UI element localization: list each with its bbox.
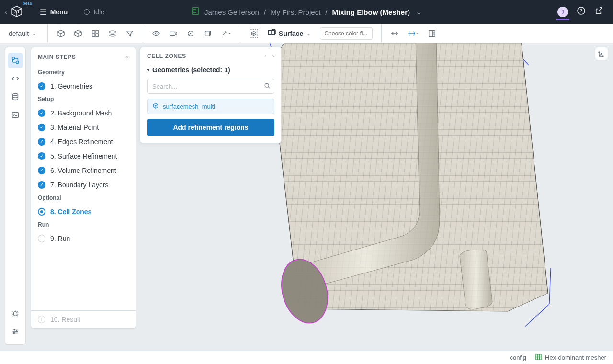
toolbar-sep-3 [240, 24, 240, 43]
svg-point-22 [13, 93, 18, 95]
selection-cube-icon[interactable] [249, 29, 259, 38]
rail-workflow-button[interactable] [8, 53, 23, 68]
step-background-mesh[interactable]: ✓2. Background Mesh [38, 107, 129, 119]
pending-step-icon [38, 235, 45, 242]
svg-rect-21 [16, 61, 19, 64]
hamburger-icon: ☰ [40, 8, 46, 17]
svg-point-27 [13, 332, 15, 334]
cell-zones-panel: CELL ZONES ‹ › ▾ Geometries (selected: 1… [140, 47, 282, 143]
color-field-input[interactable] [320, 27, 373, 40]
check-icon: ✓ [38, 82, 45, 90]
step-label: 3. Material Point [50, 124, 99, 131]
step-label: 9. Run [50, 235, 70, 242]
section-label-setup: Setup [38, 96, 129, 102]
add-refinement-button[interactable]: Add refinement regions [147, 119, 274, 136]
svg-rect-29 [536, 354, 541, 359]
svg-point-9 [155, 33, 157, 34]
app-logo[interactable]: A I beta [10, 5, 23, 20]
toolbar-sep-4 [381, 24, 382, 43]
step-edges-refinement[interactable]: ✓4. Edges Refinement [38, 136, 129, 148]
step-label: 1. Geometries [50, 82, 92, 90]
svg-point-26 [16, 331, 17, 332]
cell-zones-title: CELL ZONES [147, 53, 186, 59]
fit-extents-dropdown-icon[interactable] [408, 29, 419, 38]
box-icon[interactable] [204, 29, 212, 38]
top-bar: ‹ A I beta ☰ Menu Idle James Gefferson /… [0, 0, 613, 24]
collapse-panel-icon[interactable]: « [125, 53, 129, 60]
crumb-document[interactable]: Mixing Elbow (Mesher) [332, 8, 410, 16]
filter-icon[interactable] [125, 29, 134, 38]
geometry-item-label: surfacemesh_multi [163, 103, 215, 110]
step-label: 4. Edges Refinement [50, 138, 113, 146]
svg-point-25 [14, 329, 15, 330]
rotate-icon[interactable] [186, 29, 195, 38]
svg-rect-7 [96, 34, 98, 36]
mesher-icon [535, 353, 542, 362]
breadcrumb: James Gefferson / My First Project / Mix… [191, 7, 422, 17]
user-avatar[interactable]: J [557, 7, 568, 17]
geometry-search-input[interactable] [147, 79, 274, 94]
chevron-down-icon: ⌄ [306, 30, 311, 37]
axis-triad-button[interactable] [595, 47, 608, 60]
back-chevron[interactable]: ‹ [0, 8, 10, 16]
prev-step-icon[interactable]: ‹ [264, 52, 266, 59]
svg-rect-10 [170, 32, 175, 35]
rail-code-button[interactable] [8, 71, 23, 86]
breadcrumb-dropdown-icon[interactable]: ⌄ [416, 8, 422, 16]
panel-right-icon[interactable] [428, 29, 436, 38]
svg-rect-20 [12, 57, 15, 60]
step-label: 5. Surface Refinement [50, 152, 117, 160]
eye-icon[interactable] [152, 29, 160, 38]
cube-plus-icon[interactable] [74, 29, 82, 38]
crumb-sep-1: / [264, 8, 266, 16]
section-label-optional: Optional [38, 194, 129, 201]
svg-point-8 [110, 31, 116, 33]
step-material-point[interactable]: ✓3. Material Point [38, 122, 129, 133]
preset-dropdown[interactable]: default ⌄ [4, 28, 42, 39]
mesh-icon [152, 102, 159, 111]
step-volume-refinement[interactable]: ✓6. Volume Refinement [38, 165, 129, 176]
popout-icon[interactable] [594, 6, 603, 18]
svg-point-19 [601, 53, 602, 54]
rail-terminal-button[interactable] [8, 107, 23, 123]
step-geometries[interactable]: ✓ 1. Geometries [38, 80, 129, 92]
next-step-icon[interactable]: › [272, 52, 274, 59]
current-step-icon [38, 208, 45, 216]
mesher-engine[interactable]: Hex-dominant mesher [535, 353, 606, 362]
config-link[interactable]: config [510, 354, 526, 361]
rail-settings-button[interactable] [8, 324, 23, 339]
step-label: 2. Background Mesh [50, 109, 112, 117]
render-mode-dropdown[interactable]: Surface ⌄ [267, 28, 311, 38]
rail-bug-button[interactable] [8, 306, 23, 321]
geometries-section-header[interactable]: ▾ Geometries (selected: 1) [147, 66, 274, 74]
crumb-project[interactable]: My First Project [271, 8, 320, 16]
svg-point-11 [190, 33, 192, 34]
left-rail [5, 47, 26, 345]
grid-icon[interactable] [91, 29, 100, 38]
status-dot-icon [84, 9, 90, 15]
svg-rect-5 [96, 30, 98, 33]
step-surface-refinement[interactable]: ✓5. Surface Refinement [38, 150, 129, 162]
menu-button[interactable]: ☰ Menu [40, 8, 68, 17]
svg-text:?: ? [579, 8, 582, 13]
geometry-item-surfacemesh[interactable]: surfacemesh_multi [147, 99, 274, 114]
status-label: Idle [93, 8, 104, 16]
toolbar-sep-2 [143, 24, 143, 43]
render-mode-label: Surface [279, 30, 303, 37]
layers-icon[interactable] [108, 29, 117, 38]
section-label-geometry: Geometry [38, 69, 129, 76]
step-cell-zones[interactable]: 8. Cell Zones [38, 206, 129, 217]
fit-width-icon[interactable] [390, 29, 399, 38]
wand-dropdown-icon[interactable] [221, 29, 231, 38]
crumb-user[interactable]: James Gefferson [204, 8, 259, 16]
preset-label: default [9, 30, 29, 37]
step-boundary-layers[interactable]: ✓7. Boundary Layers [38, 179, 129, 191]
step-run[interactable]: 9. Run [38, 233, 129, 244]
help-icon[interactable]: ? [577, 6, 586, 18]
rail-data-button[interactable] [8, 89, 23, 104]
status-indicator: Idle [84, 8, 104, 16]
check-icon: ✓ [38, 181, 45, 189]
camera-icon[interactable] [169, 29, 178, 38]
cube-icon[interactable] [57, 29, 65, 38]
svg-text:A I: A I [14, 10, 19, 14]
